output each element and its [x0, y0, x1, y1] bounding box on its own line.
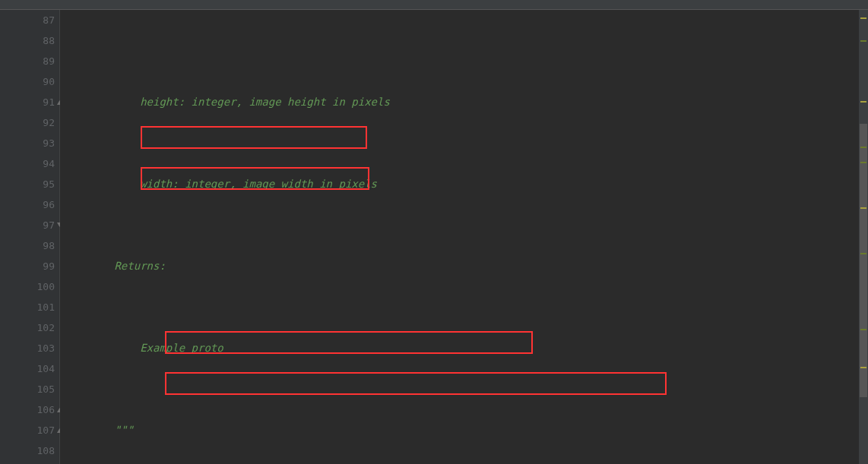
- scroll-mark[interactable]: [860, 207, 866, 209]
- line-number[interactable]: 91: [0, 92, 59, 112]
- scroll-mark[interactable]: [860, 101, 866, 103]
- annotation-box: [141, 126, 367, 149]
- line-number[interactable]: 100: [0, 276, 59, 297]
- line-number[interactable]: 92: [0, 112, 59, 133]
- annotation-box: [165, 372, 667, 395]
- code-line: """: [63, 420, 859, 440]
- scroll-mark[interactable]: [860, 329, 866, 330]
- line-number[interactable]: 99: [0, 256, 59, 276]
- line-number[interactable]: 95: [0, 174, 59, 194]
- line-number[interactable]: 106: [0, 399, 59, 420]
- line-number[interactable]: 104: [0, 358, 59, 379]
- line-number[interactable]: 90: [0, 71, 59, 92]
- line-number[interactable]: 87: [0, 10, 59, 30]
- gutter[interactable]: 8788899091929394959697989910010110210310…: [0, 10, 60, 464]
- line-number[interactable]: 88: [0, 30, 59, 51]
- scroll-mark[interactable]: [860, 367, 866, 368]
- code-line: width: integer, image width in pixels: [63, 174, 859, 194]
- line-number[interactable]: 105: [0, 379, 59, 399]
- line-number[interactable]: 102: [0, 317, 59, 338]
- line-number[interactable]: 101: [0, 297, 59, 317]
- scroll-thumb[interactable]: [860, 124, 867, 397]
- code-line: height: integer, image height in pixels: [63, 92, 859, 112]
- code-area[interactable]: height: integer, image height in pixels …: [60, 10, 859, 464]
- line-number[interactable]: 93: [0, 133, 59, 153]
- editor: 8788899091929394959697989910010110210310…: [0, 10, 868, 464]
- scroll-mark[interactable]: [860, 147, 866, 148]
- line-number[interactable]: 108: [0, 440, 59, 461]
- scroll-mark[interactable]: [860, 162, 866, 163]
- line-number[interactable]: 94: [0, 153, 59, 174]
- line-number[interactable]: 107: [0, 420, 59, 440]
- line-number[interactable]: 97: [0, 215, 59, 235]
- scroll-mark[interactable]: [860, 40, 866, 42]
- line-number[interactable]: 103: [0, 338, 59, 358]
- line-number[interactable]: 96: [0, 194, 59, 215]
- line-number[interactable]: 89: [0, 51, 59, 71]
- line-number[interactable]: 98: [0, 235, 59, 256]
- scroll-mark[interactable]: [860, 17, 866, 19]
- editor-tab-strip[interactable]: [0, 0, 868, 10]
- code-line: Returns:: [63, 256, 859, 276]
- scroll-mark[interactable]: [860, 253, 866, 254]
- vertical-scrollbar[interactable]: [859, 10, 868, 464]
- line-number[interactable]: 109: [0, 461, 59, 464]
- code-line: Example proto: [63, 338, 859, 358]
